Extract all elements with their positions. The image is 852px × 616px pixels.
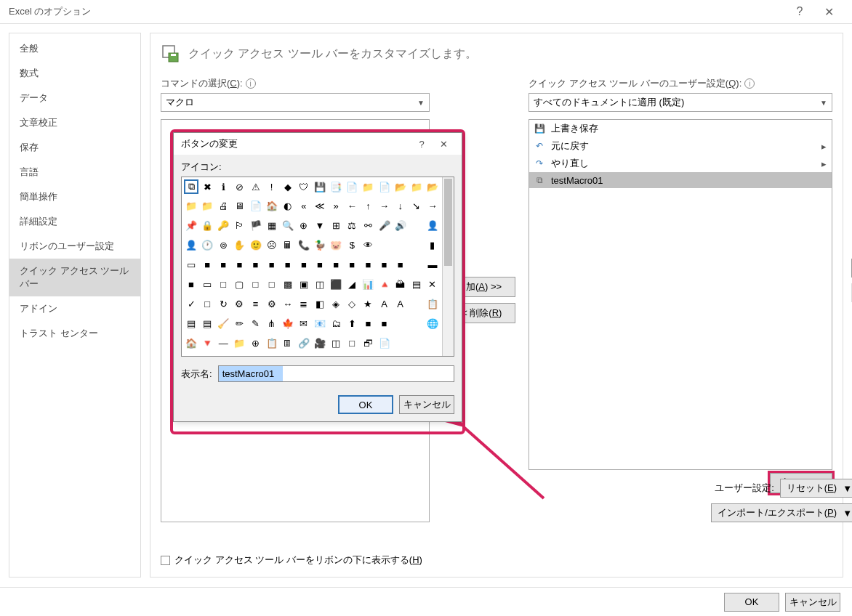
sidebar-item-save[interactable]: 保存 (9, 135, 140, 160)
icon-cell[interactable]: □ (265, 277, 279, 291)
icon-cell[interactable]: 🏴 (249, 219, 263, 233)
icon-cell[interactable]: $ (345, 238, 359, 253)
icon-cell[interactable] (377, 238, 392, 253)
icon-cell[interactable]: 🎤 (377, 219, 392, 233)
icon-cell[interactable]: ◧ (313, 296, 327, 311)
icon-cell[interactable]: ⬛ (329, 277, 343, 291)
icon-cell[interactable]: — (216, 336, 230, 350)
icon-cell[interactable]: ▩ (281, 277, 295, 291)
icon-cell[interactable]: ▭ (184, 258, 198, 272)
icon-cell[interactable]: 💾 (313, 179, 327, 194)
icon-cell[interactable]: 📄 (377, 336, 392, 350)
icon-cell[interactable]: 📄 (345, 179, 359, 194)
icon-cell[interactable]: ▤ (184, 316, 198, 331)
icon-cell[interactable]: ✏ (232, 316, 246, 331)
icon-cell[interactable]: ★ (361, 296, 375, 311)
sidebar-item-advanced[interactable]: 詳細設定 (9, 209, 140, 234)
display-name-input[interactable] (218, 365, 454, 382)
icon-cell[interactable]: « (297, 199, 311, 214)
icon-cell[interactable]: 🔗 (297, 336, 311, 350)
icon-cell[interactable]: 📋 (425, 296, 440, 311)
icon-cell[interactable]: 🔑 (216, 219, 230, 233)
icon-cell[interactable]: 🔻 (200, 336, 214, 350)
info-icon[interactable]: i (744, 78, 755, 89)
icon-cell[interactable]: ■ (184, 277, 198, 291)
icon-cell[interactable]: ≡ (249, 296, 263, 311)
qat-item-macro[interactable]: ⧉ testMacro01 (529, 172, 832, 188)
icon-cell[interactable]: 🖥 (232, 199, 246, 214)
icon-cell[interactable]: ■ (377, 316, 392, 331)
icon-grid[interactable]: ⧉✖ℹ⊘⚠!◆🛡💾📑📄📁📄📂📁📂📁📁🖨🖥📄🏠◐«≪»←↑→↓↘→📌🔒🔑🏳🏴▦🔍⊕… (182, 177, 442, 356)
icon-cell[interactable]: 📂 (393, 179, 408, 194)
dialog-ok-button[interactable]: OK (338, 395, 393, 414)
qat-item-undo[interactable]: ↶ 元に戻す ▸ (529, 137, 832, 155)
icon-cell[interactable]: ⚯ (361, 219, 375, 233)
info-icon[interactable]: i (246, 78, 256, 89)
icon-cell[interactable]: ⊞ (329, 219, 343, 233)
icon-cell[interactable]: ⚙ (232, 296, 246, 311)
icon-cell[interactable]: ⊕ (297, 219, 311, 233)
cancel-button[interactable]: キャンセル (785, 593, 840, 612)
icon-cell[interactable]: ◐ (281, 199, 295, 214)
icon-cell[interactable]: ■ (361, 316, 375, 331)
icon-cell[interactable]: ■ (345, 258, 359, 272)
icon-cell[interactable]: 🔺 (377, 277, 392, 291)
sidebar-item-general[interactable]: 全般 (9, 36, 140, 61)
scroll-thumb[interactable] (444, 179, 452, 266)
icon-cell[interactable]: ✓ (184, 296, 198, 311)
icon-cell[interactable]: ↘ (409, 199, 424, 214)
icon-cell[interactable] (409, 316, 424, 331)
icon-cell[interactable]: ⚠ (249, 179, 263, 194)
icon-cell[interactable]: ■ (216, 258, 230, 272)
icon-cell[interactable]: ✎ (249, 316, 263, 331)
icon-cell[interactable]: ↔ (281, 296, 295, 311)
icon-cell[interactable]: 📊 (361, 277, 375, 291)
sidebar-item-trust[interactable]: トラスト センター (9, 321, 140, 346)
sidebar-item-qat[interactable]: クイック アクセス ツール バー (9, 259, 140, 296)
icon-cell[interactable]: ⚙ (265, 296, 279, 311)
reset-button[interactable]: リセット(E)▼ (780, 479, 852, 498)
icon-cell[interactable]: 📁 (361, 179, 375, 194)
sidebar-item-ease[interactable]: 簡単操作 (9, 185, 140, 209)
icon-cell[interactable] (409, 258, 424, 272)
icon-cell[interactable]: □ (345, 336, 359, 350)
icon-cell[interactable]: ⧉ (184, 179, 198, 194)
icon-cell[interactable]: ≪ (313, 199, 327, 214)
icon-cell[interactable]: ▮ (425, 238, 440, 253)
icon-cell[interactable]: → (425, 199, 440, 214)
sidebar-item-language[interactable]: 言語 (9, 160, 140, 185)
icon-cell[interactable]: □ (216, 277, 230, 291)
scrollbar[interactable] (442, 177, 454, 356)
icon-cell[interactable]: ✖ (200, 179, 214, 194)
icon-cell[interactable]: ▼ (313, 219, 327, 233)
qat-listbox[interactable]: 💾 上書き保存 ↶ 元に戻す ▸ ↷ やり直し ▸ (529, 119, 832, 470)
icon-cell[interactable]: 🏔 (393, 277, 408, 291)
icon-cell[interactable] (409, 219, 424, 233)
icon-cell[interactable]: □ (200, 296, 214, 311)
icon-cell[interactable] (409, 238, 424, 253)
icon-cell[interactable]: 📑 (329, 179, 343, 194)
icon-cell[interactable]: 🔍 (281, 219, 295, 233)
icon-cell[interactable]: ◢ (345, 277, 359, 291)
dialog-help-button[interactable]: ? (411, 139, 433, 150)
icon-cell[interactable]: ↑ (361, 199, 375, 214)
icon-cell[interactable]: 📧 (313, 316, 327, 331)
icon-cell[interactable]: 🗗 (361, 336, 375, 350)
icon-cell[interactable]: 📄 (377, 179, 392, 194)
icon-cell[interactable]: 🙂 (249, 238, 263, 253)
icon-cell[interactable]: ▬ (425, 258, 440, 272)
icon-cell[interactable]: 🏳 (232, 219, 246, 233)
icon-cell[interactable]: ■ (265, 258, 279, 272)
icon-cell[interactable]: 🔊 (393, 219, 408, 233)
icon-cell[interactable]: 📁 (200, 199, 214, 214)
qat-item-save[interactable]: 💾 上書き保存 (529, 120, 832, 137)
icon-cell[interactable]: 📄 (249, 199, 263, 214)
icon-cell[interactable]: 📋 (265, 336, 279, 350)
dialog-close-button[interactable]: ✕ (433, 139, 454, 150)
icon-cell[interactable]: 🗏 (281, 336, 295, 350)
icon-cell[interactable]: 🕐 (200, 238, 214, 253)
icon-cell[interactable]: ≣ (297, 296, 311, 311)
icon-cell[interactable]: 🐷 (329, 238, 343, 253)
icon-cell[interactable]: ← (345, 199, 359, 214)
icon-cell[interactable]: 🗂 (329, 316, 343, 331)
